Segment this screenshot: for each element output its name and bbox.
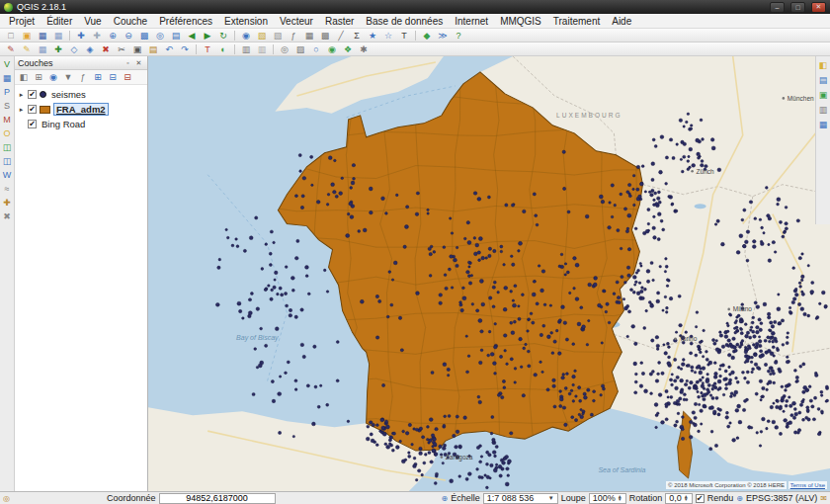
- show-bookmarks-button[interactable]: ☆: [380, 30, 396, 42]
- menu-traitement[interactable]: Traitement: [547, 15, 606, 28]
- georeferencer-button[interactable]: ▨: [292, 43, 308, 55]
- coordinate-input[interactable]: [159, 493, 276, 504]
- add-raster-layer-button[interactable]: ▦: [1, 72, 14, 84]
- identify-features-button[interactable]: ◉: [238, 30, 254, 42]
- move-feature-button[interactable]: ◇: [66, 43, 82, 55]
- copy-features-button[interactable]: ▣: [129, 43, 145, 55]
- extents-status-icon[interactable]: ◎: [3, 493, 10, 504]
- maximize-button[interactable]: □: [790, 2, 805, 13]
- spinner-arrows-icon[interactable]: ▲▼: [684, 495, 689, 501]
- save-layer-edits-button[interactable]: ▦: [35, 43, 50, 55]
- composer-manager-button[interactable]: ▥: [254, 43, 270, 55]
- expand-all-button[interactable]: ⊞: [91, 71, 105, 83]
- redo-button[interactable]: ↷: [177, 43, 193, 55]
- filter-legend-button[interactable]: ▼: [61, 71, 75, 83]
- zoom-to-selection-button[interactable]: ◎: [152, 30, 168, 42]
- menu-vecteur[interactable]: Vecteur: [274, 15, 319, 28]
- map-canvas[interactable]: LUXEMBOURGBay of BiscaySea of SardiniaZa…: [148, 56, 830, 491]
- browser-panel-button[interactable]: ▤: [817, 74, 830, 86]
- new-bookmark-button[interactable]: ★: [365, 30, 380, 42]
- layer-visibility-checkbox[interactable]: ✔: [28, 90, 37, 99]
- menu-vue[interactable]: Vue: [78, 15, 107, 28]
- panel-undock-icon[interactable]: ▫: [123, 57, 133, 68]
- zoom-to-layer-button[interactable]: ▤: [168, 30, 184, 42]
- layer-visibility-checkbox[interactable]: ✔: [28, 120, 37, 128]
- undo-button[interactable]: ↶: [161, 43, 177, 55]
- add-oracle-layer-button[interactable]: O: [1, 127, 14, 139]
- text-annotation-button[interactable]: T: [396, 30, 412, 42]
- processing-toolbox-button[interactable]: ✱: [356, 43, 372, 55]
- pan-to-selection-button[interactable]: ✚: [89, 30, 105, 42]
- close-button[interactable]: ✕: [811, 2, 826, 13]
- tile-scale-button[interactable]: ▦: [817, 119, 830, 130]
- add-vector-layer-button[interactable]: V: [1, 58, 14, 70]
- render-checkbox[interactable]: ✔: [696, 494, 705, 503]
- rotation-spinbox[interactable]: 0,0 ▲▼: [665, 493, 692, 504]
- plugin-manager-button[interactable]: ◆: [419, 30, 435, 42]
- add-spatialite-layer-button[interactable]: S: [1, 100, 14, 112]
- layer-item-fra-adm2[interactable]: ▸✔FRA_adm2: [15, 102, 147, 117]
- open-attribute-table-button[interactable]: ▦: [301, 30, 317, 42]
- style-manager-button[interactable]: ◧: [817, 59, 830, 71]
- minimize-button[interactable]: –: [770, 2, 785, 13]
- add-mssql-layer-button[interactable]: M: [1, 114, 14, 126]
- cut-features-button[interactable]: ✂: [114, 43, 129, 55]
- metasearch-button[interactable]: ○: [308, 43, 324, 55]
- select-features-button[interactable]: ▧: [254, 30, 270, 42]
- layer-labeling-button[interactable]: T: [200, 43, 215, 55]
- grass-tools-button[interactable]: ❖: [340, 43, 356, 55]
- zoom-out-button[interactable]: ⊖: [121, 30, 136, 42]
- new-map-composer-button[interactable]: ▥: [238, 43, 254, 55]
- deselect-features-button[interactable]: ▧: [270, 30, 286, 42]
- osm-place-search-button[interactable]: ◉: [324, 43, 340, 55]
- toggle-editing-button[interactable]: ✎: [19, 43, 35, 55]
- new-shapefile-layer-button[interactable]: ✚: [1, 197, 14, 209]
- menu-projet[interactable]: Projet: [3, 15, 41, 28]
- crs-status[interactable]: EPSG:3857 (ALV): [746, 493, 817, 503]
- menu-base-de-donn-es[interactable]: Base de données: [360, 15, 449, 28]
- measure-line-button[interactable]: ╱: [333, 30, 349, 42]
- remove-layer-button[interactable]: ⊟: [121, 71, 134, 83]
- tree-expand-icon[interactable]: ▸: [18, 91, 25, 99]
- open-layer-styling-dock-button[interactable]: ◧: [17, 71, 31, 83]
- open-project-button[interactable]: ▣: [19, 30, 35, 42]
- zoom-full-extent-button[interactable]: ▩: [136, 30, 152, 42]
- manage-map-themes-button[interactable]: ◉: [46, 71, 60, 83]
- terms-of-use-link[interactable]: Terms of Use: [788, 481, 827, 489]
- scale-combobox[interactable]: 1:7 088 536 ▼: [483, 493, 558, 504]
- zoom-next-button[interactable]: ▶: [200, 30, 215, 42]
- layer-visibility-checkbox[interactable]: ✔: [28, 105, 37, 114]
- add-wcs-layer-button[interactable]: ◫: [1, 155, 14, 167]
- tree-expand-icon[interactable]: ▸: [18, 106, 25, 114]
- select-by-expression-button[interactable]: ƒ: [286, 30, 301, 42]
- add-postgis-layer-button[interactable]: P: [1, 86, 14, 98]
- coordinate-capture-button[interactable]: ◎: [277, 43, 292, 55]
- add-feature-button[interactable]: ✚: [50, 43, 66, 55]
- log-messages-panel-button[interactable]: ▥: [817, 104, 830, 116]
- menu-pr-f-rences[interactable]: Préférences: [153, 15, 218, 28]
- python-console-button[interactable]: ≫: [435, 30, 451, 42]
- spinner-arrows-icon[interactable]: ▲▼: [618, 495, 622, 501]
- add-wms-layer-button[interactable]: ◫: [1, 141, 14, 153]
- zoom-in-button[interactable]: ⊕: [105, 30, 121, 42]
- node-tool-button[interactable]: ◈: [82, 43, 98, 55]
- magnifier-spinbox[interactable]: 100% ▲▼: [589, 493, 626, 504]
- field-calculator-button[interactable]: ▩: [317, 30, 333, 42]
- save-project-button[interactable]: ▦: [35, 30, 50, 42]
- layer-item-seismes[interactable]: ▸✔seismes: [15, 87, 147, 102]
- remove-layer-group-button[interactable]: ✖: [1, 210, 14, 222]
- menu-couche[interactable]: Couche: [108, 15, 153, 28]
- filter-by-expression-button[interactable]: ƒ: [76, 71, 90, 83]
- menu-extension[interactable]: Extension: [218, 15, 274, 28]
- menu-raster[interactable]: Raster: [319, 15, 360, 28]
- pan-map-button[interactable]: ✚: [73, 30, 89, 42]
- statistical-summary-button[interactable]: Σ: [349, 30, 365, 42]
- layer-diagram-button[interactable]: ◐: [215, 43, 231, 55]
- current-edits-button[interactable]: ✎: [3, 43, 19, 55]
- new-project-button[interactable]: □: [3, 30, 19, 42]
- menu-aide[interactable]: Aide: [606, 15, 637, 28]
- paste-features-button[interactable]: ▤: [145, 43, 161, 55]
- add-delimited-text-layer-button[interactable]: ≈: [1, 183, 14, 195]
- menu-diter[interactable]: Éditer: [41, 15, 78, 28]
- menu-internet[interactable]: Internet: [449, 15, 494, 28]
